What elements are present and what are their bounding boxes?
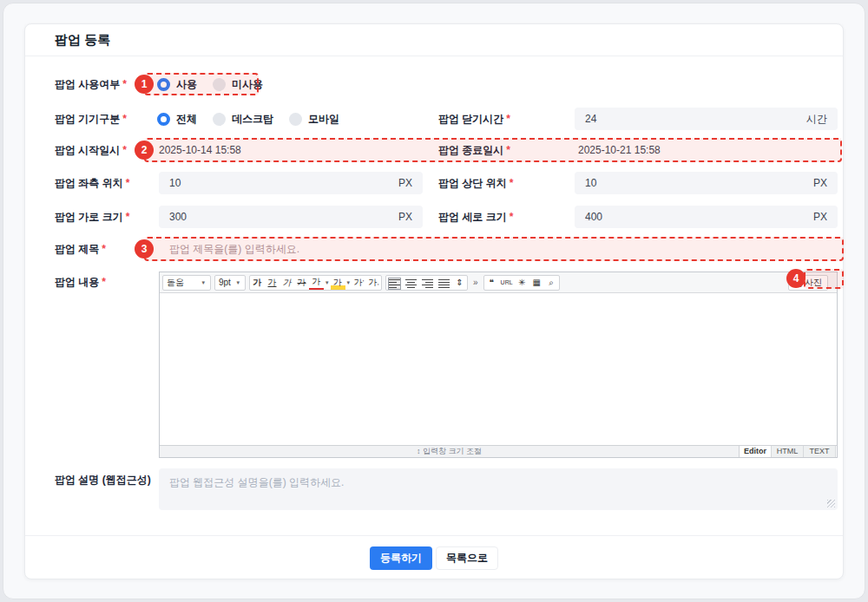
height-input[interactable] (585, 211, 806, 223)
chevron-down-icon: ▾ (200, 279, 207, 286)
radio-not-use[interactable]: 미사용 (213, 77, 263, 92)
table-icon[interactable]: ▦ (529, 276, 544, 290)
content-editor: 돋움▾ 9pt▾ 가 가 가 가 가 ▾ 가 ▾ 가 가 ⇕ » (159, 272, 838, 458)
highlight-color-button[interactable]: 가 (331, 276, 345, 290)
footer-divider (25, 535, 843, 536)
chevron-down-icon[interactable]: ▾ (345, 279, 352, 286)
end-at-value[interactable]: 2025-10-21 15:58 (578, 139, 661, 161)
tab-text[interactable]: TEXT (804, 446, 836, 457)
required-mark: * (102, 243, 106, 255)
width-field: PX (159, 206, 423, 228)
label-device: 팝업 기기구분* (55, 113, 127, 125)
width-input[interactable] (169, 211, 391, 223)
label-width: 팝업 가로 크기* (55, 211, 129, 223)
title-divider (25, 56, 843, 56)
action-buttons: 등록하기 목록으로 (0, 546, 868, 570)
top-pos-field: PX (575, 172, 838, 194)
radio-device-mobile[interactable]: 모바일 (289, 112, 339, 127)
resize-arrow-icon: ↕ (417, 447, 421, 455)
required-mark: * (506, 113, 510, 125)
device-radio-group: 전체 데스크탑 모바일 (157, 112, 355, 127)
special-char-icon[interactable]: ✳ (515, 276, 529, 290)
left-pos-input[interactable] (169, 177, 391, 189)
tab-editor[interactable]: Editor (740, 446, 772, 457)
line-height-icon[interactable]: ⇕ (452, 276, 467, 290)
align-center-icon[interactable] (405, 278, 417, 289)
description-field (159, 468, 838, 510)
align-left-icon[interactable] (389, 278, 400, 289)
text-style-group: 가 가 가 가 가 ▾ 가 ▾ 가 가 (249, 275, 382, 291)
required-mark: * (126, 177, 130, 189)
insert-group: ❝ URL ✳ ▦ ⌕ (483, 275, 560, 291)
required-mark: * (122, 144, 127, 156)
quote-icon[interactable]: ❝ (484, 276, 499, 290)
height-field: PX (575, 206, 838, 228)
required-mark: * (510, 177, 514, 189)
textarea-resize-grip-icon[interactable] (827, 500, 835, 507)
close-time-field: 시간 (575, 108, 838, 130)
description-textarea[interactable] (159, 468, 838, 510)
label-start-at: 팝업 시작일시* (55, 144, 127, 156)
left-pos-unit: PX (398, 177, 412, 189)
radio-selected-icon (157, 78, 170, 91)
subscript-button[interactable]: 가 (366, 276, 381, 290)
close-time-unit: 시간 (806, 112, 827, 127)
editor-resize-handle[interactable]: ↕ 입력창 크기 조절 (160, 446, 740, 457)
label-use-yn: 팝업 사용여부* (55, 78, 127, 90)
italic-button[interactable]: 가 (279, 276, 294, 290)
align-right-icon[interactable] (422, 278, 433, 289)
popup-title-input[interactable] (169, 243, 827, 255)
align-justify-icon[interactable] (438, 278, 450, 289)
label-top-pos: 팝업 상단 위치* (438, 177, 513, 189)
radio-use[interactable]: 사용 (157, 77, 197, 92)
superscript-button[interactable]: 가 (352, 276, 366, 290)
use-yn-radio-group: 사용 미사용 (157, 77, 279, 92)
radio-unselected-icon (213, 113, 226, 126)
submit-button[interactable]: 등록하기 (370, 546, 432, 570)
popup-register-page: 팝업 등록 팝업 사용여부* 사용 미사용 1 팝업 기기구분* 전체 데스크탑… (0, 0, 868, 602)
link-icon[interactable]: URL (499, 276, 515, 290)
underline-button[interactable]: 가 (265, 276, 279, 290)
popup-title-field (159, 238, 838, 260)
bold-button[interactable]: 가 (250, 276, 265, 290)
chevron-down-icon: ▾ (234, 279, 241, 286)
radio-unselected-icon (289, 113, 302, 126)
close-time-input[interactable] (585, 113, 799, 125)
search-icon[interactable]: ⌕ (544, 276, 559, 290)
label-height: 팝업 세로 크기* (438, 211, 513, 223)
required-mark: * (506, 144, 510, 156)
step-badge-3: 3 (135, 239, 154, 258)
strikethrough-button[interactable]: 가 (294, 276, 309, 290)
top-pos-unit: PX (813, 177, 827, 189)
align-group: ⇕ (385, 275, 468, 291)
more-tools-icon[interactable]: » (471, 278, 480, 287)
label-close-time: 팝업 닫기시간* (438, 113, 510, 125)
page-title: 팝업 등록 (55, 32, 110, 49)
font-family-select[interactable]: 돋움▾ (162, 275, 211, 291)
font-size-select[interactable]: 9pt▾ (214, 275, 246, 291)
start-at-value[interactable]: 2025-10-14 15:58 (159, 139, 241, 161)
tab-html[interactable]: HTML (772, 446, 804, 457)
chevron-down-icon[interactable]: ▾ (324, 279, 331, 286)
editor-footer: ↕ 입력창 크기 조절 Editor HTML TEXT (160, 445, 837, 457)
step-badge-4: 4 (786, 269, 806, 288)
font-color-button[interactable]: 가 (309, 276, 324, 290)
step-badge-2: 2 (135, 141, 154, 160)
left-pos-field: PX (159, 172, 423, 194)
editor-content-area[interactable] (160, 293, 837, 445)
step-badge-1: 1 (135, 75, 154, 94)
required-mark: * (122, 78, 127, 90)
back-to-list-button[interactable]: 목록으로 (436, 546, 498, 570)
width-unit: PX (398, 211, 412, 223)
radio-device-all[interactable]: 전체 (157, 112, 197, 127)
required-mark: * (122, 113, 127, 125)
top-pos-input[interactable] (585, 177, 806, 189)
required-mark: * (510, 211, 514, 223)
radio-device-desktop[interactable]: 데스크탑 (213, 112, 273, 127)
label-description: 팝업 설명 (웹접근성) (55, 474, 151, 486)
radio-selected-icon (157, 113, 170, 126)
label-end-at: 팝업 종료일시* (438, 144, 510, 156)
label-left-pos: 팝업 좌측 위치* (55, 177, 129, 189)
label-popup-title: 팝업 제목* (55, 243, 106, 255)
label-content: 팝업 내용* (55, 276, 106, 288)
